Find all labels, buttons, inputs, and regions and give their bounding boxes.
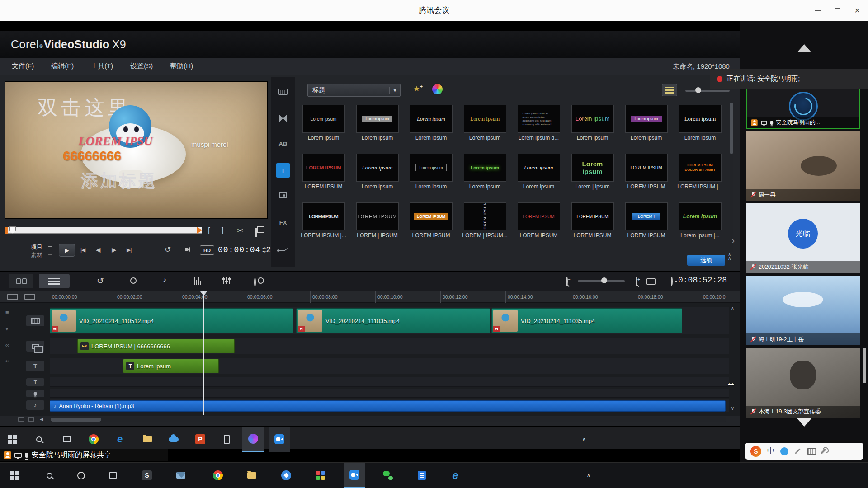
menu-file[interactable]: 文件(F) <box>12 62 34 70</box>
play-button[interactable]: ▶ <box>59 244 75 257</box>
timeline-zoom-knob[interactable] <box>601 277 607 283</box>
enlarge-preview-icon[interactable] <box>255 228 257 237</box>
previous-frame-icon[interactable]: ◀| <box>96 247 100 253</box>
shared-powerpoint-button[interactable]: P <box>189 427 211 452</box>
keyboard-icon[interactable] <box>807 448 816 455</box>
fit-project-icon[interactable] <box>646 278 656 285</box>
go-home-icon[interactable]: |◀ <box>80 247 85 253</box>
mark-in-icon[interactable]: [ <box>208 226 210 235</box>
timecode-spin-down-icon[interactable]: ▾ <box>264 250 266 254</box>
shared-edge-button[interactable]: e <box>109 427 131 452</box>
undo-icon[interactable]: ↺ <box>97 276 104 286</box>
title-template[interactable]: Lorem ipsumLorem ipsum <box>619 103 673 152</box>
meeting-app-button[interactable] <box>344 463 365 488</box>
record-capture-icon[interactable] <box>130 277 137 284</box>
handwriting-icon[interactable] <box>795 448 801 454</box>
participant-tile-1[interactable]: 安全院马明雨的... <box>746 89 860 129</box>
motion-path-icon[interactable] <box>276 241 290 256</box>
ie-button[interactable]: e <box>444 463 466 488</box>
title-template[interactable]: Lorem ipsumLorem ipsum <box>673 103 727 152</box>
chain-link-icon[interactable] <box>254 277 256 287</box>
ime-lang-toggle[interactable]: 中 <box>767 446 774 456</box>
voice-track-icon[interactable] <box>26 390 44 397</box>
collapse-panel-icon[interactable]: ∧∧ <box>728 253 731 260</box>
minimize-button[interactable] <box>807 0 827 21</box>
shared-phone-button[interactable] <box>216 427 237 452</box>
title-template[interactable]: Lorem ipsumLorem ipsum <box>458 152 512 201</box>
video-clip-2[interactable]: VID_20210214_111035.mp4 <box>296 308 490 333</box>
photos-app-button[interactable] <box>310 463 331 488</box>
library-scrollbar-thumb[interactable] <box>730 103 733 154</box>
explorer-button[interactable] <box>241 463 263 488</box>
participants-scroll-down-icon[interactable] <box>797 418 811 427</box>
sogou-app-button[interactable]: S <box>136 463 158 488</box>
title-template[interactable]: Lorem ipsumLorem ipsum <box>512 152 566 201</box>
options-button[interactable]: 选项 <box>687 255 725 266</box>
mixer-icon[interactable] <box>223 277 230 284</box>
sound-mixer-note-icon[interactable]: ♪ <box>163 276 166 284</box>
zoom-out-icon[interactable]: − <box>566 277 568 286</box>
title-template[interactable]: Lorem IpsumLorem Ipsum |... <box>673 201 727 249</box>
color-wheel-icon[interactable] <box>431 83 443 95</box>
title-template[interactable]: LOREM ILOREM IPSUM <box>619 201 673 249</box>
ripple-edit-icon[interactable]: ∞ <box>5 342 9 348</box>
tray-expand-button[interactable]: ∧ <box>580 463 598 488</box>
preview-trimbar[interactable] <box>5 227 202 234</box>
title-template[interactable]: LOREM IPSUMLOREM IPSUM <box>566 201 619 249</box>
title-template[interactable]: Lorem IpsumLorem ipsum <box>566 103 619 152</box>
title-template[interactable]: LOREM IPSUMLOREM IPSUM <box>297 152 350 201</box>
participant-tile-3[interactable]: 光临 2020211032-张光临 <box>746 203 860 273</box>
scroll-left-icon[interactable]: ◀ <box>40 417 43 422</box>
title-clip[interactable]: T Lorem ipsum <box>123 359 219 373</box>
preview-timecode[interactable]: 00:00:04:23 <box>218 245 277 254</box>
split-clip-icon[interactable]: ✂ <box>237 226 243 235</box>
graphic-icon[interactable] <box>276 188 290 202</box>
shared-search-button[interactable] <box>28 427 50 452</box>
filter-fx-icon[interactable]: FX <box>276 215 290 230</box>
close-button[interactable]: × <box>847 0 867 21</box>
participants-scroll-up-icon[interactable] <box>797 44 811 52</box>
title-template[interactable]: LOREM IPSUMLOREM IPSUM <box>619 152 673 201</box>
thumbnail-size-slider[interactable] <box>685 90 730 92</box>
track-lock-icon[interactable]: ≈ <box>5 358 9 365</box>
media-icon[interactable] <box>276 84 290 99</box>
compass-browser-button[interactable] <box>275 463 297 488</box>
participants-scrollbar-thumb[interactable] <box>863 348 866 383</box>
title-template[interactable]: LOREM IPSUM DOLOR SIT AMETLOREM IPSUM |.… <box>673 152 727 201</box>
participant-tile-2[interactable]: 康一冉 <box>746 131 860 201</box>
bird-icon[interactable] <box>780 447 788 455</box>
trim-start-handle[interactable] <box>5 227 8 234</box>
title-template[interactable]: Lorem IpsumLorem ipsum <box>458 103 512 152</box>
shared-cloud-button[interactable] <box>163 427 184 452</box>
title-track-icon[interactable]: T <box>26 361 44 371</box>
track-view-icon-2[interactable] <box>24 294 35 300</box>
hd-badge[interactable]: HD <box>200 245 214 255</box>
timeline-scroll-mini-1[interactable] <box>18 417 24 422</box>
shared-chrome-button[interactable] <box>83 427 104 452</box>
repeat-icon[interactable]: ↺ <box>165 245 171 254</box>
title-template[interactable]: LOREM IPSUMLOREM IPSUM <box>404 201 458 249</box>
mode-project[interactable]: 项目 <box>31 243 42 251</box>
mode-clip[interactable]: 素材 <box>31 251 42 259</box>
mail-button[interactable] <box>170 463 192 488</box>
expand-panel-icon[interactable]: › <box>731 235 735 247</box>
menu-settings[interactable]: 设置(S) <box>130 62 153 70</box>
title-track-2[interactable] <box>50 377 729 387</box>
title-template[interactable]: Lorem ipsumLorem ipsum <box>297 103 350 152</box>
library-category-dropdown[interactable]: 标题 ▾ <box>307 84 401 97</box>
overlay-title-clip[interactable]: FX LOREM IPSUM | 6666666666 <box>77 339 235 353</box>
sogou-logo-icon[interactable]: S <box>750 446 761 457</box>
mark-out-icon[interactable]: ] <box>222 226 224 235</box>
add-favorite-icon[interactable]: ★+ <box>413 84 423 94</box>
preview-video-frame[interactable]: 双击这里 LOREM IPSU 66666666 muspi merol 添加标… <box>5 81 268 219</box>
maximize-button[interactable] <box>827 0 847 21</box>
wechat-button[interactable] <box>377 463 399 488</box>
library-scrollbar[interactable] <box>730 103 733 252</box>
taskview-button[interactable] <box>102 463 124 488</box>
title-template[interactable]: Lorem ipsumLorem ipsum <box>404 103 458 152</box>
track-collapse-icon[interactable]: ▾ <box>5 325 9 332</box>
search-button[interactable] <box>38 463 60 488</box>
thumbnail-size-knob[interactable] <box>695 87 701 93</box>
timeline-hscroll-thumb[interactable] <box>51 418 101 422</box>
menu-edit[interactable]: 编辑(E) <box>51 62 74 70</box>
